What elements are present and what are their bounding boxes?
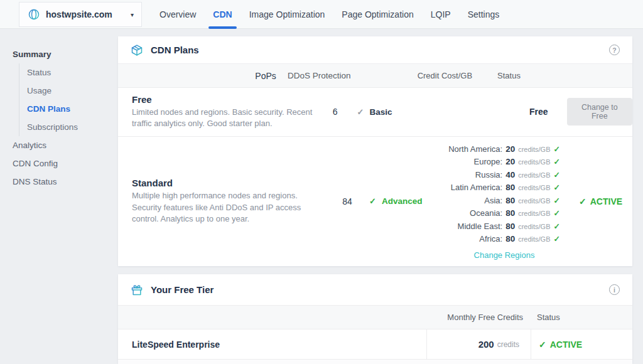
- credits-value: 200: [478, 339, 494, 350]
- plan-standard-info: Standard Multiple high performance nodes…: [118, 171, 325, 231]
- region-cost: 40: [505, 169, 515, 181]
- tab-overview[interactable]: Overview: [159, 0, 196, 29]
- status-active-badge: ✓ACTIVE: [539, 340, 582, 350]
- check-icon: ✓: [554, 144, 560, 156]
- region-cost: 80: [505, 220, 515, 233]
- region-name: Asia:: [484, 195, 502, 207]
- plan-row-free: Free Limited nodes and regions. Basic se…: [118, 88, 632, 137]
- sidebar-item-dns-status[interactable]: DNS Status: [0, 173, 118, 191]
- region-cost-unit: credits/GB: [518, 144, 550, 156]
- free-tier-card-header: Your Free Tier i: [118, 274, 632, 306]
- region-name: Middle East:: [458, 220, 503, 233]
- region-row-oceania: Oceania: 80 credits/GB ✓: [448, 207, 560, 220]
- plan-standard-pops: 84: [325, 196, 369, 206]
- check-icon: ✓: [554, 182, 560, 195]
- region-row-middle-east: Middle East: 80 credits/GB ✓: [448, 220, 560, 233]
- status-cell: ✓ACTIVE: [531, 329, 632, 359]
- sidebar-item-usage[interactable]: Usage: [19, 82, 118, 100]
- cdn-plans-card: CDN Plans ? PoPs DDoS Protection Credit …: [118, 36, 632, 266]
- column-plan: [118, 70, 244, 82]
- check-icon: ✓: [554, 169, 560, 182]
- free-tier-card: Your Free Tier i Monthly Free Credits St…: [118, 274, 632, 364]
- status-text: ACTIVE: [550, 340, 582, 350]
- tab-lqip[interactable]: LQIP: [431, 0, 451, 29]
- check-icon: ✓: [554, 221, 560, 233]
- sidebar: Summary Status Usage CDN Plans Subscript…: [0, 29, 118, 191]
- cdn-plans-card-header: CDN Plans ?: [118, 36, 632, 64]
- region-cost-unit: credits/GB: [518, 156, 550, 169]
- region-row-russia: Russia: 40 credits/GB ✓: [448, 169, 560, 182]
- sidebar-item-cdn-config[interactable]: CDN Config: [0, 154, 118, 173]
- column-status: Status: [487, 71, 632, 80]
- check-icon: ✓: [554, 208, 560, 220]
- region-cost-unit: credits/GB: [518, 169, 550, 182]
- sidebar-item-subscriptions[interactable]: Subscriptions: [19, 118, 118, 136]
- region-row-africa: Africa: 80 credits/GB ✓: [448, 233, 560, 246]
- plan-description: Limited nodes and regions. Basic securit…: [132, 107, 313, 130]
- check-icon: ✓: [357, 107, 364, 117]
- tab-page-optimization[interactable]: Page Optimization: [342, 0, 413, 29]
- status-active-badge: ✓ACTIVE: [579, 196, 622, 206]
- region-cost: 20: [505, 143, 515, 156]
- column-monthly-free-credits: Monthly Free Credits: [426, 313, 531, 322]
- region-name: Africa:: [479, 233, 502, 245]
- plan-name: Free: [132, 94, 313, 105]
- gift-icon: [131, 284, 143, 296]
- top-navigation-bar: hostwpsite.com ▾ Overview CDN Image Opti…: [0, 0, 643, 29]
- card-title: CDN Plans: [151, 45, 199, 55]
- region-cost-unit: credits/GB: [518, 233, 550, 246]
- region-cost: 80: [505, 207, 515, 220]
- card-title: Your Free Tier: [151, 284, 213, 295]
- site-selector-dropdown[interactable]: hostwpsite.com ▾: [19, 2, 142, 27]
- monthly-free-credits-cell: 200 credits: [426, 329, 531, 359]
- status-text: ACTIVE: [590, 196, 622, 206]
- region-cost: 80: [505, 195, 515, 207]
- column-credit-cost: Credit Cost/GB: [367, 71, 487, 80]
- credit-cost-value: Free: [529, 107, 548, 117]
- sidebar-item-status[interactable]: Status: [19, 63, 118, 82]
- change-to-free-button[interactable]: Change to Free: [567, 98, 632, 126]
- plan-name: Standard: [132, 178, 325, 188]
- sidebar-item-analytics[interactable]: Analytics: [0, 136, 118, 154]
- region-cost: 20: [505, 156, 515, 168]
- top-tabs: Overview CDN Image Optimization Page Opt…: [159, 0, 499, 29]
- change-regions-link[interactable]: Change Regions: [448, 250, 560, 260]
- plan-row-standard: Standard Multiple high performance nodes…: [118, 137, 632, 266]
- plan-description: Multiple high performance nodes and regi…: [132, 190, 325, 225]
- tab-cdn[interactable]: CDN: [213, 0, 232, 29]
- region-cost: 80: [505, 181, 515, 194]
- column-ddos-protection: DDoS Protection: [288, 71, 367, 80]
- plan-free-ddos: ✓Basic: [357, 107, 436, 117]
- check-icon: ✓: [554, 156, 560, 169]
- check-icon: ✓: [369, 196, 376, 206]
- sidebar-item-cdn-plans[interactable]: CDN Plans: [19, 100, 118, 118]
- region-row-asia: Asia: 80 credits/GB ✓: [448, 195, 560, 208]
- credits-unit: credits: [497, 340, 519, 349]
- region-cost-list: North America: 20 credits/GB ✓ Europe: 2…: [448, 143, 560, 260]
- tab-image-optimization[interactable]: Image Optimization: [249, 0, 325, 29]
- column-pops: PoPs: [244, 71, 288, 81]
- region-cost-unit: credits/GB: [518, 182, 550, 195]
- region-cost-unit: credits/GB: [518, 195, 550, 208]
- plan-free-credit: Free: [436, 106, 557, 117]
- plan-standard-credit: North America: 20 credits/GB ✓ Europe: 2…: [448, 143, 569, 260]
- region-row-latin-america: Latin America: 80 credits/GB ✓: [448, 181, 560, 195]
- ddos-level: Advanced: [382, 196, 423, 206]
- region-name: Latin America:: [451, 181, 502, 194]
- help-icon[interactable]: ?: [609, 45, 620, 55]
- plan-standard-status: ✓ACTIVE: [569, 196, 632, 207]
- region-name: Russia:: [475, 169, 502, 181]
- info-icon[interactable]: i: [609, 284, 620, 295]
- region-name: Europe:: [474, 156, 503, 168]
- site-name: hostwpsite.com: [46, 9, 112, 19]
- sidebar-item-summary[interactable]: Summary: [0, 45, 118, 63]
- tab-settings[interactable]: Settings: [468, 0, 500, 29]
- sidebar-summary-group: Status Usage CDN Plans Subscriptions: [19, 63, 118, 136]
- check-icon: ✓: [554, 195, 560, 208]
- region-row-north-america: North America: 20 credits/GB ✓: [448, 143, 560, 156]
- region-cost-unit: credits/GB: [518, 208, 550, 220]
- free-tier-row-litespeed-enterprise: LiteSpeed Enterprise 200 credits ✓ACTIVE: [118, 329, 632, 360]
- globe-icon: [28, 9, 40, 20]
- package-cube-icon: [131, 44, 143, 56]
- column-status: Status: [531, 313, 632, 322]
